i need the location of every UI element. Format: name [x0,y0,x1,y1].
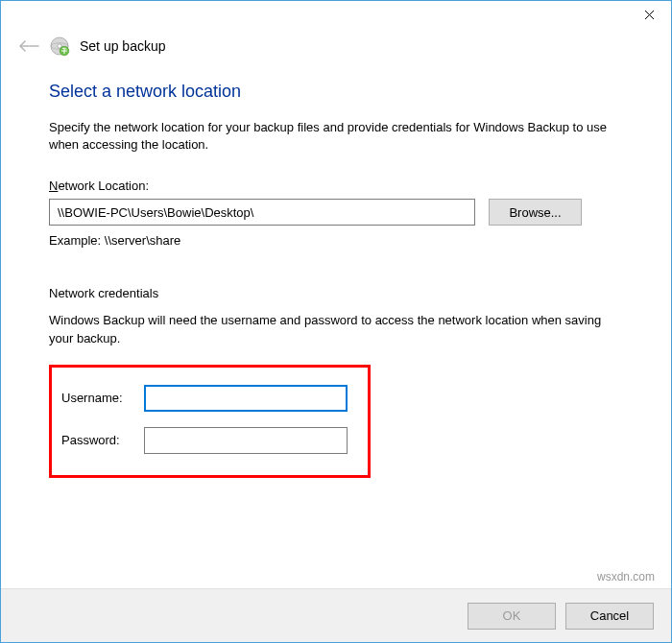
wizard-title: Set up backup [80,38,166,54]
network-location-input[interactable] [49,199,475,226]
backup-wizard-icon [49,36,70,57]
page-instruction: Specify the network location for your ba… [49,119,629,154]
cancel-button[interactable]: Cancel [565,603,654,630]
username-input[interactable] [144,385,348,412]
credentials-description: Windows Backup will need the username an… [49,312,629,346]
password-label: Password: [61,433,144,447]
close-button[interactable] [627,1,671,30]
watermark-text: wsxdn.com [597,570,655,583]
page-title: Select a network location [49,82,629,102]
browse-button[interactable]: BBrowse...rowse... [489,199,582,226]
network-location-label: Network Location: [49,179,629,193]
password-input[interactable] [144,427,348,454]
example-text: Example: \\server\share [49,233,629,248]
back-arrow-icon [18,38,39,54]
ok-button[interactable]: OK [468,603,556,630]
credentials-highlight-box: Username: Password: [49,365,371,478]
username-label: Username: [61,391,144,405]
credentials-title: Network credentials [49,286,629,300]
close-icon [644,8,655,23]
